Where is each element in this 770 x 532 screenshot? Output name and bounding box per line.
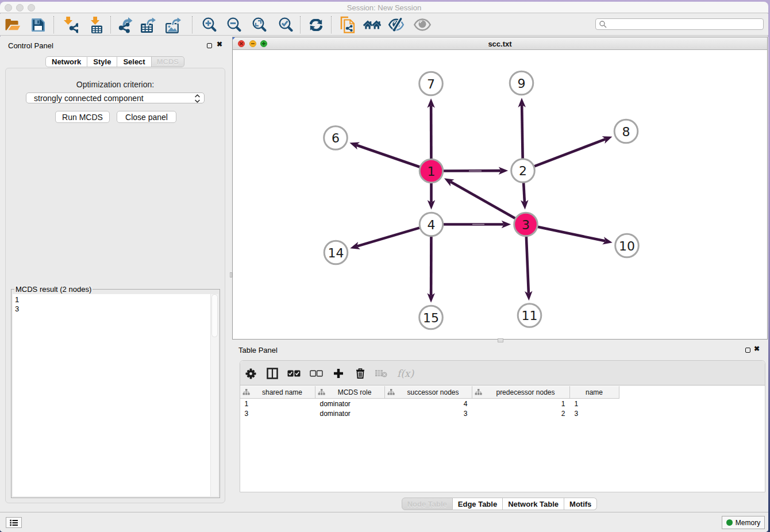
zoom-out-button[interactable] (225, 16, 243, 34)
table-row[interactable]: 1dominator411 (240, 399, 765, 409)
graph-edge-3-1[interactable] (451, 182, 515, 218)
toolbar-separator (192, 16, 192, 33)
show-panels-button[interactable] (6, 517, 22, 528)
close-panel-icon[interactable]: ✖ (217, 40, 222, 48)
select-all-button[interactable] (286, 365, 303, 382)
zoom-selected-button[interactable] (276, 16, 295, 34)
table-cell[interactable]: 2 (472, 409, 570, 419)
tab-select[interactable]: Select (117, 56, 151, 67)
table-cell[interactable]: 1 (472, 399, 570, 409)
column-header-predecessor-nodes[interactable]: predecessor nodes (472, 386, 570, 399)
window-title: Session: New Session (0, 3, 768, 12)
table-cell[interactable]: 1 (570, 399, 619, 409)
table-tab-node-table[interactable]: Node Table (402, 498, 453, 510)
save-icon (32, 18, 45, 32)
graph-edge-3-11[interactable] (526, 236, 529, 293)
export-network-button[interactable] (116, 16, 134, 34)
split-divider-grip-horizontal[interactable] (498, 338, 503, 342)
add-column-button[interactable] (330, 365, 347, 382)
export-image-button[interactable] (165, 16, 183, 34)
network-window-titlebar[interactable]: scc.txt (233, 37, 767, 50)
optimization-criterion-label: Optimization criterion: (6, 80, 225, 89)
optimization-criterion-dropdown[interactable]: strongly connected component (26, 92, 205, 103)
tab-mcds[interactable]: MCDS (152, 56, 184, 67)
show-all-button[interactable] (413, 16, 432, 34)
export-table-button[interactable] (140, 16, 158, 34)
mcds-result-title: MCDS result (2 nodes) (14, 285, 93, 294)
table-cell[interactable]: 3 (240, 409, 315, 419)
table-options-button[interactable] (242, 365, 260, 382)
zoom-in-button[interactable] (200, 16, 218, 34)
tab-style[interactable]: Style (87, 56, 117, 67)
zoom-fit-button[interactable] (250, 16, 268, 34)
network-window-title: scc.txt (233, 40, 767, 48)
zoom-in-icon (201, 16, 218, 33)
delete-column-button[interactable] (352, 365, 369, 382)
graph-node-label: 15 (423, 311, 439, 325)
table-cell[interactable]: 4 (385, 399, 472, 409)
gear-icon (245, 368, 256, 379)
result-line: 1 (15, 295, 216, 304)
table-cell[interactable]: 3 (570, 409, 619, 419)
graph-edge-1-6[interactable] (356, 145, 420, 167)
table-tab-network-table[interactable]: Network Table (503, 498, 564, 510)
graph-node-label: 10 (619, 239, 635, 253)
search-input[interactable] (607, 20, 763, 28)
column-header-MCDS-role[interactable]: MCDS role (315, 386, 385, 399)
network-canvas[interactable]: 1234678910111415 (233, 50, 767, 339)
import-table-button[interactable] (86, 16, 105, 34)
new-network-from-selection-button[interactable] (338, 16, 357, 34)
eye-icon (414, 18, 431, 31)
deselect-all-button[interactable] (308, 365, 325, 382)
graph-node-label: 9 (518, 76, 526, 91)
close-table-panel-icon[interactable]: ✖ (754, 345, 760, 353)
result-scrollbar[interactable] (210, 294, 218, 496)
graph-edge-2-8[interactable] (534, 139, 605, 166)
import-network-button[interactable] (61, 16, 80, 34)
delete-table-icon (375, 369, 387, 377)
table-cell[interactable]: 1 (240, 399, 315, 409)
main-toolbar (0, 14, 768, 36)
table-cell[interactable]: dominator (315, 409, 385, 419)
control-panel-header: Control Panel ✖ (0, 37, 230, 53)
save-session-button[interactable] (29, 16, 47, 34)
float-table-panel-icon[interactable] (745, 348, 750, 353)
table-tab-motifs[interactable]: Motifs (564, 498, 597, 510)
graph-edge-2-3[interactable] (523, 183, 525, 202)
list-icon (10, 519, 18, 526)
refresh-view-button[interactable] (307, 16, 325, 34)
table-cell[interactable]: 3 (385, 409, 472, 419)
mcds-result-list[interactable]: 1 3 (13, 294, 218, 496)
table-container: f(x) shared nameMCDS rolesuccessor nodes… (240, 360, 765, 492)
run-mcds-button[interactable]: Run MCDS (55, 111, 110, 123)
memory-status-dot (726, 519, 733, 526)
graph-edge-3-10[interactable] (537, 227, 605, 241)
table-cell[interactable]: dominator (315, 399, 385, 409)
delete-table-button[interactable] (372, 365, 390, 382)
graph-node-label: 6 (332, 131, 340, 145)
column-header-successor-nodes[interactable]: successor nodes (385, 386, 472, 399)
table-tab-edge-table[interactable]: Edge Table (453, 498, 503, 510)
graph-edge-4-14[interactable] (357, 228, 419, 246)
fx-label: f(x) (397, 368, 414, 379)
table-panel-header: Table Panel ✖ (232, 342, 767, 358)
close-panel-button[interactable]: Close panel (117, 111, 176, 123)
open-file-button[interactable] (4, 16, 22, 34)
float-panel-icon[interactable] (207, 43, 212, 48)
function-builder-button[interactable]: f(x) (394, 365, 417, 382)
memory-button[interactable]: Memory (722, 516, 765, 529)
tab-network[interactable]: Network (45, 56, 87, 67)
table-row[interactable]: 3dominator323 (240, 409, 765, 419)
column-type-icon (318, 389, 325, 395)
column-header-name[interactable]: name (570, 386, 619, 399)
table-column-headers: shared nameMCDS rolesuccessor nodesprede… (240, 386, 619, 399)
network-window: scc.txt 1234678910111415 (232, 37, 768, 340)
first-neighbors-button[interactable] (363, 16, 381, 34)
show-column-panel-button[interactable] (264, 365, 281, 382)
graph-node-label: 7 (427, 77, 435, 91)
zoom-fit-icon (251, 16, 268, 33)
result-scrollbar-thumb[interactable] (211, 294, 218, 337)
hide-selected-button[interactable] (387, 16, 406, 34)
column-header-shared-name[interactable]: shared name (240, 386, 315, 399)
graph-edge-2-9[interactable] (522, 105, 523, 159)
